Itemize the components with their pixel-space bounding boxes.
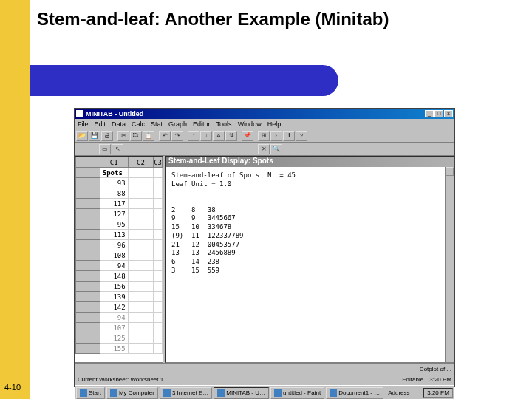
menu-calc[interactable]: Calc [132, 120, 145, 128]
tool-select-icon[interactable]: ▭ [99, 144, 111, 154]
tool-print-icon[interactable]: 🖨 [101, 131, 113, 141]
tool-help-icon[interactable]: ? [296, 131, 307, 141]
cell[interactable]: 94 [100, 313, 128, 323]
menu-graph[interactable]: Graph [168, 120, 187, 128]
scrollbar[interactable] [445, 167, 454, 362]
task-word[interactable]: Document1 - … [326, 387, 383, 399]
cell[interactable]: 127 [100, 209, 128, 219]
cell[interactable]: 142 [100, 302, 128, 313]
tool-cut-icon[interactable]: ✂ [117, 131, 129, 141]
close-button[interactable]: × [444, 110, 453, 117]
cell[interactable]: 93 [100, 178, 128, 188]
row-header-blank [76, 157, 100, 168]
tool-pin-icon[interactable]: 📌 [242, 131, 253, 141]
session-output[interactable]: Stem-and-leaf of Spots N = 45 Leaf Unit … [166, 167, 454, 279]
start-button[interactable]: Start [76, 387, 105, 399]
window-title: MINITAB - Untitled [86, 110, 425, 117]
maximize-button[interactable]: □ [434, 110, 443, 117]
statusbar: Current Worksheet: Worksheet 1 3:20 PM E… [75, 375, 454, 385]
toolbar-2: ▭ ↖ ✕ 🔍 [75, 143, 454, 156]
address-label: Address [388, 389, 409, 396]
paint-icon [274, 389, 282, 397]
cell[interactable]: 117 [100, 199, 128, 209]
cell[interactable]: 95 [100, 219, 128, 230]
tool-info-icon[interactable]: ℹ [283, 131, 295, 141]
tool-undo-icon[interactable]: ↶ [159, 131, 171, 141]
col-name[interactable]: Spots [100, 168, 128, 178]
menu-window[interactable]: Window [238, 120, 262, 128]
cell[interactable]: 107 [100, 323, 128, 333]
menu-file[interactable]: File [78, 120, 89, 128]
cell[interactable]: 139 [100, 292, 128, 302]
cell[interactable]: 88 [100, 188, 128, 199]
toolbar-1: 📂 💾 🖨 ✂ ⿻ 📋 ↶ ↷ ↑ ↓ A ⇅ 📌 ⊞ Σ ℹ ? [75, 129, 454, 143]
cell[interactable]: 94 [100, 261, 128, 271]
dotplot-link[interactable]: Dotplot of ... [420, 366, 451, 372]
menu-stat[interactable]: Stat [151, 120, 163, 128]
cell[interactable]: 108 [100, 250, 128, 261]
taskbar-clock[interactable]: 3:20 PM [423, 388, 453, 398]
tool-stat-icon[interactable]: Σ [270, 131, 282, 141]
page-number: 4-10 [4, 383, 21, 392]
tool-redo-icon[interactable]: ↷ [171, 131, 183, 141]
cell[interactable]: 155 [100, 344, 128, 354]
menubar: File Edit Data Calc Stat Graph Editor To… [75, 119, 454, 129]
worksheet-panel: C1 C2 C3 Spots 93 88 117 127 95 113 96 1… [75, 156, 163, 363]
tool-zoom-icon[interactable]: 🔍 [270, 144, 282, 154]
word-icon [330, 389, 337, 397]
tool-save-icon[interactable]: 💾 [89, 131, 100, 141]
computer-icon [110, 389, 117, 397]
tool-arrow-up-icon[interactable]: ↑ [188, 131, 200, 141]
windows-icon [80, 389, 87, 397]
menu-edit[interactable]: Edit [95, 120, 106, 128]
app-icon [76, 110, 83, 117]
menu-editor[interactable]: Editor [193, 120, 211, 128]
tool-text-icon[interactable]: A [213, 131, 225, 141]
slide-title: Stem-and-leaf: Another Example (Minitab) [37, 9, 389, 30]
menu-data[interactable]: Data [112, 120, 126, 128]
session-panel: Stem-and-Leaf Display: Spots Stem-and-le… [165, 156, 454, 363]
window-titlebar[interactable]: MINITAB - Untitled _ □ × [75, 109, 454, 119]
col-header-c2[interactable]: C2 [128, 157, 153, 168]
cell[interactable]: 113 [100, 230, 128, 240]
cell[interactable]: 156 [100, 282, 128, 292]
task-minitab[interactable]: MINITAB - U… [214, 387, 269, 399]
task-mycomputer[interactable]: My Computer [106, 387, 158, 399]
scroll-up-icon[interactable] [446, 167, 454, 176]
tool-open-icon[interactable]: 📂 [76, 131, 88, 141]
minitab-window: MINITAB - Untitled _ □ × File Edit Data … [74, 108, 455, 387]
tool-arrow-down-icon[interactable]: ↓ [200, 131, 212, 141]
title-underline [30, 65, 338, 96]
tool-sort-icon[interactable]: ⇅ [225, 131, 237, 141]
ie-icon [163, 389, 171, 397]
tool-pointer-icon[interactable]: ↖ [112, 144, 123, 154]
col-header-c3[interactable]: C3 [154, 157, 163, 168]
col-header-c1[interactable]: C1 [100, 157, 128, 168]
minimize-button[interactable]: _ [425, 110, 434, 117]
status-worksheet: Current Worksheet: Worksheet 1 [78, 376, 163, 383]
minitab-icon [217, 389, 225, 397]
tool-copy-icon[interactable]: ⿻ [130, 131, 142, 141]
menu-tools[interactable]: Tools [216, 120, 232, 128]
menu-help[interactable]: Help [267, 120, 282, 128]
project-bar: Dotplot of ... [75, 363, 454, 375]
accent-sidebar [0, 0, 30, 399]
cell[interactable]: 96 [100, 240, 128, 250]
task-ie[interactable]: 3 Internet E… [160, 387, 212, 399]
tool-cancel-icon[interactable]: ✕ [258, 144, 270, 154]
session-title: Stem-and-Leaf Display: Spots [166, 157, 454, 167]
tool-paste-icon[interactable]: 📋 [143, 131, 154, 141]
windows-taskbar: Start My Computer 3 Internet E… MINITAB … [75, 385, 454, 399]
cell[interactable]: 125 [100, 333, 128, 344]
tool-calc-icon[interactable]: ⊞ [258, 131, 270, 141]
status-time: 3:20 PM [429, 376, 451, 383]
task-paint[interactable]: untitled - Paint [270, 387, 324, 399]
cell[interactable]: 148 [100, 271, 128, 282]
status-editable: Editable [402, 376, 423, 383]
